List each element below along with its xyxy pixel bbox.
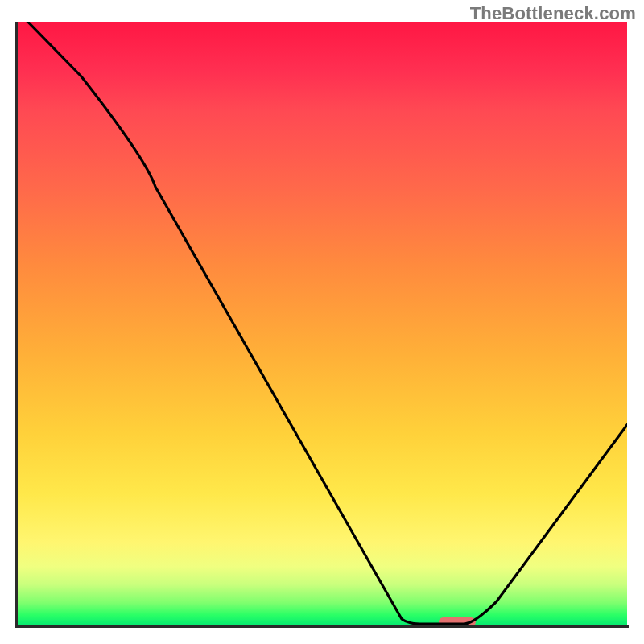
watermark-text: TheBottleneck.com	[470, 3, 636, 24]
x-axis-line	[15, 625, 629, 628]
y-axis-line	[15, 22, 18, 627]
curve-layer	[17, 22, 627, 627]
bottleneck-curve	[17, 22, 627, 624]
chart-container: TheBottleneck.com	[0, 0, 644, 644]
plot-area	[17, 22, 627, 627]
